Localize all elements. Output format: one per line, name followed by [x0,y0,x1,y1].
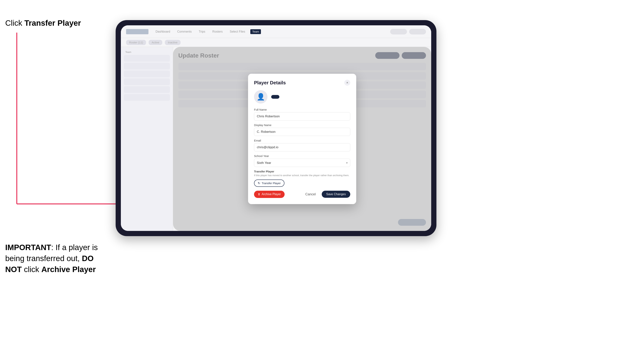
display-name-input[interactable] [254,128,350,136]
display-name-label: Display Name [254,124,350,127]
nav-rosters[interactable]: Rosters [210,29,224,34]
player-details-modal: Player Details × 👤 [248,74,356,204]
archive-icon: ⬆ [258,192,260,196]
sub-header: Roster (11) Active Inactive [121,38,431,47]
sub-nav-active[interactable]: Active [149,40,162,45]
sub-nav-inactive[interactable]: Inactive [165,40,180,45]
email-label: Email [254,139,350,142]
instruction-top-prefix: Click [5,19,24,27]
instruction-important-label: IMPORTANT [5,243,51,252]
transfer-section-description: If this player has moved to another scho… [254,174,350,177]
avatar-row: 👤 [254,90,350,104]
transfer-section-title: Transfer Player [254,170,350,173]
transfer-player-button[interactable]: ↻ Transfer Player [254,179,284,187]
display-name-group: Display Name [254,124,350,136]
email-input[interactable] [254,143,350,151]
sidebar-item-1[interactable] [124,55,170,62]
modal-overlay: Player Details × 👤 [173,47,431,231]
instruction-bottom: IMPORTANT: If a player is being transfer… [5,242,102,275]
sidebar-section-label: Team [124,51,170,53]
email-group: Email [254,139,350,151]
sidebar-item-3[interactable] [124,71,170,77]
sidebar: Team [121,47,173,231]
modal-close-button[interactable]: × [344,80,350,86]
header-settings-btn[interactable] [409,29,426,34]
nav-team[interactable]: Team [250,29,261,34]
nav-select[interactable]: Select Files [228,29,247,34]
instruction-top-highlight: Transfer Player [24,19,81,27]
nav-items: Dashboard Comments Trips Rosters Select … [154,29,385,34]
sidebar-item-6[interactable] [124,94,170,101]
tablet-screen: Dashboard Comments Trips Rosters Select … [121,25,431,231]
cancel-button[interactable]: Cancel [302,190,319,198]
header-right [390,29,426,34]
instruction-bottom-text2: click [22,265,42,274]
transfer-section: Transfer Player If this player has moved… [254,170,350,186]
archive-btn-label: Archive Player [262,192,281,196]
main-content: Team Update Roster [121,47,431,231]
save-changes-button[interactable]: Save Changes [322,191,350,198]
instruction-top: Click Transfer Player [5,19,81,27]
modal-title: Player Details [254,80,286,86]
sub-nav-roster[interactable]: Roster (11) [126,40,146,45]
full-name-input[interactable] [254,112,350,121]
nav-comments[interactable]: Comments [175,29,194,34]
instruction-archive-ref: Archive Player [42,265,96,274]
tablet-device: Dashboard Comments Trips Rosters Select … [116,20,436,236]
transfer-icon: ↻ [258,181,260,185]
school-year-select-wrapper: First Year Second Year Third Year Fourth… [254,159,350,167]
nav-trips[interactable]: Trips [197,29,207,34]
school-year-group: School Year First Year Second Year Third… [254,154,350,167]
sidebar-item-4[interactable] [124,78,170,85]
modal-header: Player Details × [254,80,350,86]
person-icon: 👤 [257,93,265,101]
sidebar-item-5[interactable] [124,86,170,93]
full-name-group: Full Name [254,108,350,121]
header-add-player-btn[interactable] [390,29,407,34]
nav-dashboard[interactable]: Dashboard [154,29,172,34]
app-logo [126,29,148,34]
school-year-select[interactable]: First Year Second Year Third Year Fourth… [254,159,350,167]
full-name-label: Full Name [254,108,350,111]
transfer-btn-label: Transfer Player [262,181,281,185]
sidebar-item-2[interactable] [124,63,170,69]
modal-footer: ⬆ Archive Player Cancel Save Changes [254,190,350,198]
close-icon: × [346,81,348,85]
app-header: Dashboard Comments Trips Rosters Select … [121,25,431,38]
content-panel: Update Roster [173,47,431,231]
archive-player-button[interactable]: ⬆ Archive Player [254,191,284,198]
school-year-label: School Year [254,154,350,158]
upload-photo-button[interactable] [271,95,280,99]
avatar: 👤 [254,90,268,104]
